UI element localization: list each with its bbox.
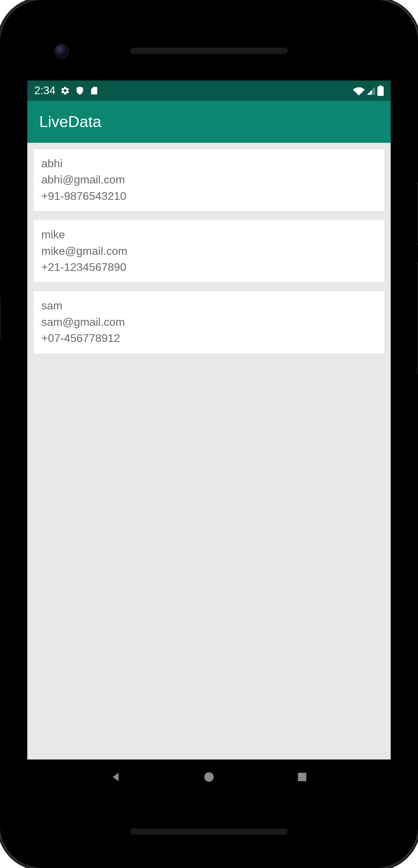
side-button[interactable] xyxy=(0,298,1,340)
earpiece-speaker xyxy=(130,48,288,54)
list-item[interactable]: abhi abhi@gmail.com +91-9876543210 xyxy=(34,149,384,211)
status-time: 2:34 xyxy=(34,84,55,97)
app-title: LiveData xyxy=(39,113,102,131)
sd-card-icon xyxy=(90,86,99,95)
app-bar: LiveData xyxy=(27,101,391,143)
shield-icon xyxy=(75,86,85,96)
screen: 2:34 xyxy=(27,80,391,794)
recent-apps-button[interactable] xyxy=(293,768,311,786)
front-camera xyxy=(54,44,69,58)
bottom-speaker xyxy=(130,828,288,835)
wifi-icon xyxy=(353,86,365,96)
list-item[interactable]: mike mike@gmail.com +21-1234567890 xyxy=(34,220,384,282)
device-inner: 2:34 xyxy=(11,10,407,858)
device-frame: 2:34 xyxy=(0,0,418,868)
contact-phone: +07-456778912 xyxy=(41,330,377,346)
contact-name: sam xyxy=(41,298,377,314)
status-bar: 2:34 xyxy=(27,80,391,101)
status-right xyxy=(353,85,384,96)
navigation-bar xyxy=(27,760,391,794)
status-left: 2:34 xyxy=(34,84,99,97)
contact-email: mike@gmail.com xyxy=(41,243,377,259)
list-item[interactable]: sam sam@gmail.com +07-456778912 xyxy=(34,291,384,353)
contact-phone: +91-9876543210 xyxy=(41,188,377,204)
battery-icon xyxy=(377,85,384,96)
svg-point-0 xyxy=(204,772,214,782)
contact-email: sam@gmail.com xyxy=(41,314,377,330)
contact-phone: +21-1234567890 xyxy=(41,259,377,275)
signal-icon xyxy=(366,86,376,96)
contact-name: mike xyxy=(41,226,377,243)
svg-rect-1 xyxy=(298,773,306,781)
settings-icon xyxy=(60,86,70,96)
home-button[interactable] xyxy=(200,768,218,786)
contact-name: abhi xyxy=(41,155,377,172)
contact-email: abhi@gmail.com xyxy=(41,172,377,188)
content-area[interactable]: abhi abhi@gmail.com +91-9876543210 mike … xyxy=(27,143,391,354)
back-button[interactable] xyxy=(107,768,125,786)
